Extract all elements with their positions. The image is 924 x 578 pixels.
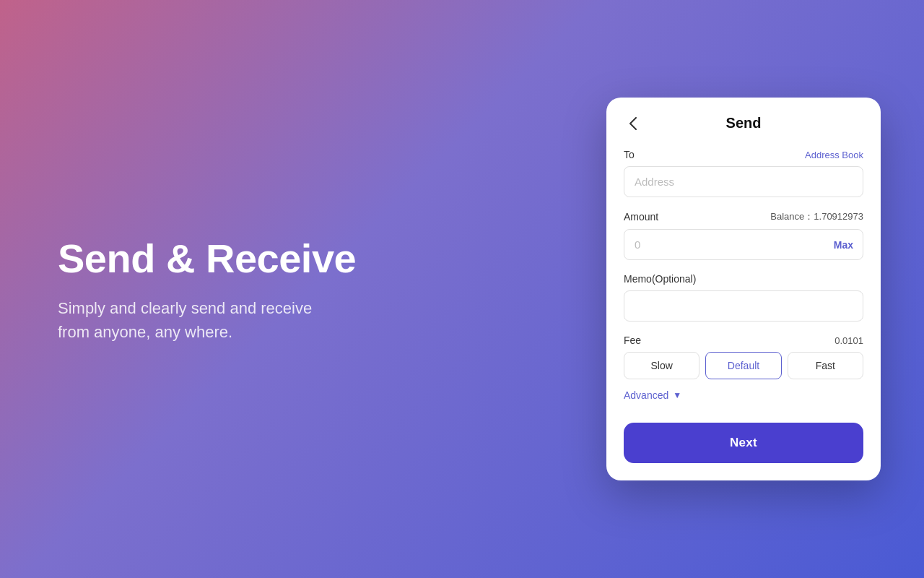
amount-label: Amount [624, 211, 658, 223]
advanced-row[interactable]: Advanced ▼ [624, 389, 863, 401]
fee-buttons: Slow Default Fast [624, 352, 863, 379]
to-label: To [624, 149, 635, 160]
to-field-group: To Address Book [624, 149, 863, 197]
left-panel: Send & Receive Simply and clearly send a… [0, 191, 606, 387]
amount-wrapper: Max [624, 229, 863, 260]
max-button[interactable]: Max [834, 239, 853, 251]
main-heading: Send & Receive [58, 235, 549, 282]
memo-label: Memo(Optional) [624, 273, 696, 285]
right-panel: Send To Address Book Amount Balance：1.70… [606, 98, 881, 480]
fee-label: Fee [624, 335, 641, 346]
card-header: Send [624, 115, 863, 131]
advanced-chevron-icon: ▼ [673, 390, 681, 400]
fee-default-button[interactable]: Default [705, 352, 781, 379]
send-card: Send To Address Book Amount Balance：1.70… [606, 98, 881, 480]
back-button[interactable] [624, 114, 642, 133]
fee-fast-button[interactable]: Fast [788, 352, 863, 379]
main-subtext: Simply and clearly send and receivefrom … [58, 296, 549, 344]
memo-input[interactable] [624, 290, 863, 322]
fee-slow-button[interactable]: Slow [624, 352, 699, 379]
advanced-label: Advanced [624, 389, 668, 401]
fee-section: Fee 0.0101 Slow Default Fast [624, 335, 863, 379]
fee-value: 0.0101 [834, 335, 863, 346]
amount-field-group: Amount Balance：1.70912973 Max [624, 210, 863, 260]
balance-label: Balance：1.70912973 [770, 210, 863, 223]
amount-input[interactable] [624, 229, 863, 260]
memo-field-group: Memo(Optional) [624, 273, 863, 322]
address-input[interactable] [624, 166, 863, 197]
next-button[interactable]: Next [624, 423, 863, 463]
address-book-link[interactable]: Address Book [805, 150, 863, 160]
card-title: Send [726, 115, 762, 131]
